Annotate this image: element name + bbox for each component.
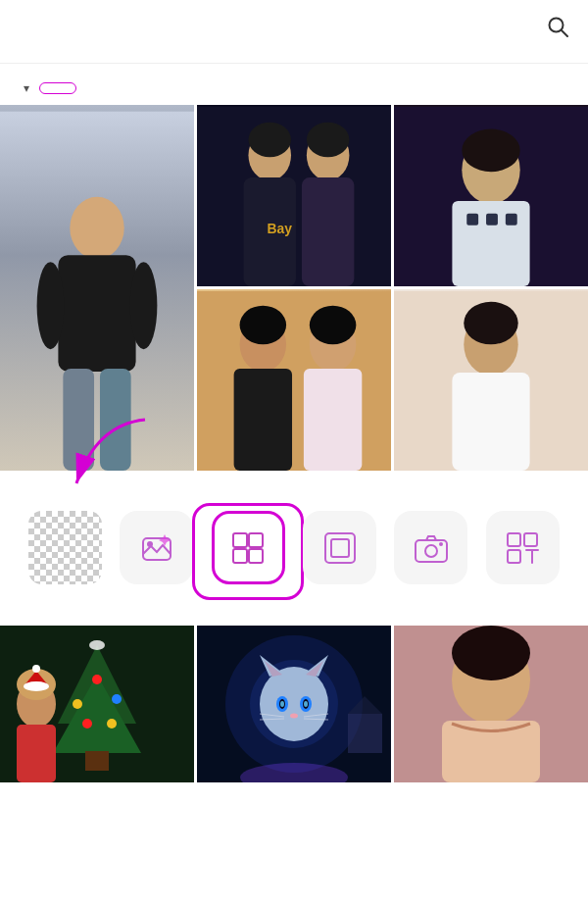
svg-rect-50 xyxy=(325,533,355,563)
see-all-row xyxy=(0,474,588,501)
svg-point-5 xyxy=(37,262,65,349)
svg-point-64 xyxy=(112,694,122,704)
svg-rect-21 xyxy=(486,214,498,226)
filter-bar: ▾ xyxy=(0,75,588,105)
tool-ai-image[interactable] xyxy=(113,511,201,592)
svg-point-54 xyxy=(439,542,443,546)
svg-rect-22 xyxy=(506,214,517,226)
nav-tabs xyxy=(0,51,588,64)
photo-cell-1[interactable] xyxy=(0,105,194,471)
photo-cell-4[interactable] xyxy=(197,289,391,471)
svg-point-67 xyxy=(89,640,105,650)
collage-icon xyxy=(212,511,285,584)
svg-rect-61 xyxy=(85,751,109,771)
svg-point-73 xyxy=(32,665,40,673)
photo-cell-5[interactable] xyxy=(394,289,588,471)
tool-camera[interactable] xyxy=(387,511,475,592)
svg-rect-47 xyxy=(249,533,263,547)
svg-point-30 xyxy=(310,306,357,345)
tool-blank[interactable] xyxy=(22,511,110,592)
svg-rect-8 xyxy=(100,369,131,471)
videos-filter-button[interactable] xyxy=(86,82,123,94)
svg-rect-13 xyxy=(302,177,354,286)
svg-point-15 xyxy=(307,123,350,158)
svg-point-88 xyxy=(290,714,298,719)
svg-point-72 xyxy=(24,681,49,691)
header xyxy=(0,0,588,51)
ai-tool-christmas[interactable] xyxy=(0,626,194,782)
recent-filter-button[interactable] xyxy=(39,82,76,94)
freestyle-icon xyxy=(486,511,560,584)
svg-point-77 xyxy=(260,667,328,741)
svg-rect-20 xyxy=(466,214,478,226)
svg-point-62 xyxy=(92,675,102,684)
svg-point-6 xyxy=(130,262,158,349)
blank-icon xyxy=(28,511,102,584)
ai-image-icon xyxy=(120,511,193,584)
photo-cell-3[interactable] xyxy=(394,105,588,286)
svg-rect-57 xyxy=(508,550,520,563)
svg-point-86 xyxy=(280,701,284,707)
ai-tools-section-title xyxy=(0,608,588,626)
tools-row xyxy=(0,501,588,608)
ai-tool-portrait[interactable] xyxy=(394,626,588,782)
svg-point-99 xyxy=(452,626,530,680)
svg-point-66 xyxy=(107,719,117,729)
svg-text:Bay: Bay xyxy=(267,221,292,236)
tool-collage[interactable] xyxy=(204,511,292,592)
svg-point-65 xyxy=(82,719,92,729)
svg-rect-48 xyxy=(233,549,247,563)
svg-rect-29 xyxy=(304,369,362,471)
svg-rect-94 xyxy=(348,714,382,753)
svg-rect-26 xyxy=(234,369,292,471)
svg-point-63 xyxy=(73,699,82,709)
svg-rect-56 xyxy=(524,533,537,546)
camera-icon xyxy=(394,511,467,584)
svg-point-53 xyxy=(425,545,437,557)
search-icon[interactable] xyxy=(547,16,568,43)
tool-frame[interactable] xyxy=(296,511,384,592)
ai-tools-grid xyxy=(0,626,588,782)
svg-point-45 xyxy=(147,541,153,547)
svg-point-87 xyxy=(304,701,308,707)
svg-point-14 xyxy=(248,123,291,158)
svg-rect-51 xyxy=(331,539,349,557)
svg-rect-33 xyxy=(452,373,529,471)
svg-point-34 xyxy=(464,302,517,345)
svg-rect-7 xyxy=(63,369,94,471)
svg-rect-69 xyxy=(17,725,56,782)
svg-point-27 xyxy=(240,306,287,345)
tool-freestyle[interactable] xyxy=(478,511,566,592)
ai-tool-fantasy[interactable] xyxy=(197,626,391,782)
svg-line-1 xyxy=(562,30,567,36)
photo-grid: Bay xyxy=(0,105,588,474)
album-dropdown[interactable]: ▾ xyxy=(20,81,29,95)
svg-rect-4 xyxy=(58,255,135,372)
svg-point-3 xyxy=(70,197,123,259)
svg-rect-49 xyxy=(249,549,263,563)
svg-rect-46 xyxy=(233,533,247,547)
chevron-down-icon: ▾ xyxy=(24,81,29,95)
svg-point-23 xyxy=(462,129,519,173)
svg-rect-55 xyxy=(508,533,520,546)
frame-icon xyxy=(303,511,376,584)
photo-cell-2[interactable]: Bay xyxy=(197,105,391,286)
